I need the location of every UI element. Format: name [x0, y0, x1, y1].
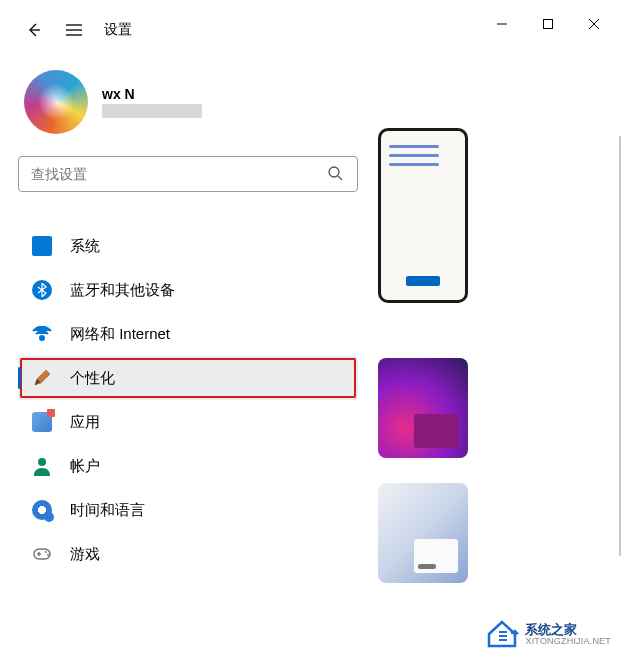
nav-item-gaming[interactable]: 游戏: [18, 532, 358, 576]
maximize-button[interactable]: [525, 8, 571, 40]
nav-item-bluetooth[interactable]: 蓝牙和其他设备: [18, 268, 358, 312]
preview-line: [389, 154, 439, 157]
account-icon: [32, 456, 52, 476]
nav-label: 应用: [70, 413, 100, 432]
nav-item-apps[interactable]: 应用: [18, 400, 358, 444]
window-controls: [479, 8, 617, 40]
app-title: 设置: [104, 21, 132, 39]
back-button[interactable]: [24, 20, 44, 40]
preview-button: [406, 276, 440, 286]
profile-name: wx N: [102, 86, 202, 102]
preview-line: [389, 145, 439, 148]
svg-line-9: [338, 176, 342, 180]
nav-list: 系统 蓝牙和其他设备 网络和 Internet 个性化 应用: [18, 224, 358, 576]
search-box[interactable]: [18, 156, 358, 192]
profile-text: wx N: [102, 86, 202, 118]
system-icon: [32, 236, 52, 256]
nav-label: 系统: [70, 237, 100, 256]
svg-rect-1: [544, 20, 553, 29]
svg-point-13: [47, 554, 49, 556]
svg-point-12: [45, 551, 47, 553]
scrollbar[interactable]: [619, 136, 621, 556]
time-language-icon: [32, 500, 52, 520]
nav-item-accounts[interactable]: 帐户: [18, 444, 358, 488]
nav-label: 个性化: [70, 369, 115, 388]
theme-thumbnail[interactable]: [378, 483, 468, 583]
svg-point-10: [38, 458, 46, 466]
svg-point-8: [329, 167, 339, 177]
watermark-icon: [485, 618, 519, 652]
avatar: [24, 70, 88, 134]
nav-label: 游戏: [70, 545, 100, 564]
search-input[interactable]: [31, 166, 327, 182]
theme-thumbnail[interactable]: [378, 358, 468, 458]
nav-item-system[interactable]: 系统: [18, 224, 358, 268]
sidebar: wx N 系统 蓝牙和其他设备 网络和 Internet: [18, 70, 358, 576]
profile-email-redacted: [102, 104, 202, 118]
gaming-icon: [32, 544, 52, 564]
search-icon: [327, 165, 345, 183]
watermark-text: 系统之家 XITONGZHIJIA.NET: [525, 623, 611, 647]
content-area: [378, 48, 625, 664]
close-button[interactable]: [571, 8, 617, 40]
svg-rect-11: [34, 549, 50, 559]
nav-item-network[interactable]: 网络和 Internet: [18, 312, 358, 356]
wifi-icon: [32, 324, 52, 344]
nav-label: 帐户: [70, 457, 100, 476]
paintbrush-icon: [32, 368, 52, 388]
watermark-url: XITONGZHIJIA.NET: [525, 637, 611, 647]
watermark: 系统之家 XITONGZHIJIA.NET: [485, 618, 611, 652]
header: 设置: [24, 20, 132, 40]
desktop-preview: [378, 128, 468, 303]
apps-icon: [32, 412, 52, 432]
nav-label: 网络和 Internet: [70, 325, 170, 344]
minimize-button[interactable]: [479, 8, 525, 40]
nav-item-time-language[interactable]: 时间和语言: [18, 488, 358, 532]
menu-button[interactable]: [64, 20, 84, 40]
preview-line: [389, 163, 439, 166]
profile-section[interactable]: wx N: [18, 70, 358, 134]
nav-label: 时间和语言: [70, 501, 145, 520]
nav-item-personalization[interactable]: 个性化: [18, 356, 358, 400]
bluetooth-icon: [32, 280, 52, 300]
nav-label: 蓝牙和其他设备: [70, 281, 175, 300]
watermark-title: 系统之家: [525, 623, 611, 637]
